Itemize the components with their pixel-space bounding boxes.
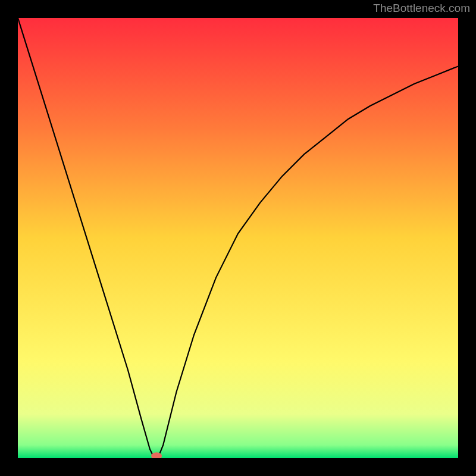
watermark-text: TheBottleneck.com <box>373 2 470 15</box>
chart-container: TheBottleneck.com <box>0 0 476 476</box>
chart-svg <box>18 18 458 458</box>
gradient-background <box>18 18 458 458</box>
plot-area <box>18 18 458 458</box>
